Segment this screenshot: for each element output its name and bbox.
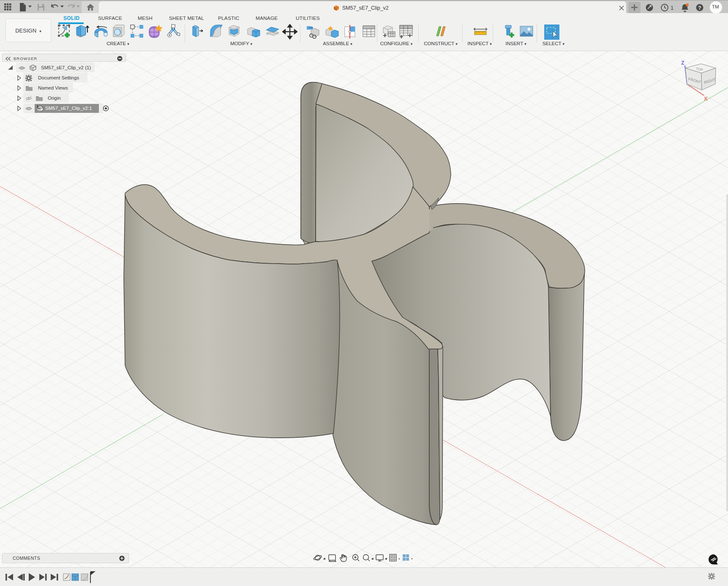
svg-text:Z: Z <box>681 60 684 66</box>
svg-text:X: X <box>704 95 708 102</box>
svg-text:?: ? <box>698 5 701 11</box>
